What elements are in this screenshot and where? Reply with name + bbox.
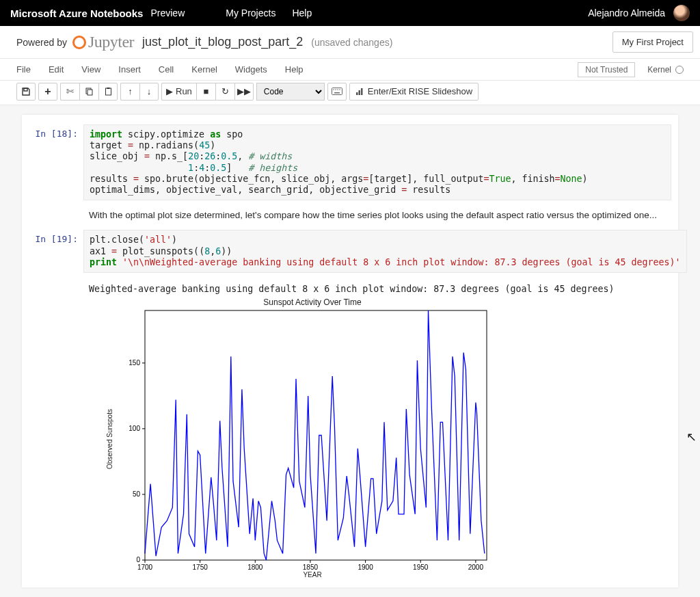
code-input[interactable]: plt.close('all') ax1 = plot_sunspots((8,… [83,230,687,273]
output-text: Weighted-average banking using default 8… [29,280,671,295]
svg-text:1800: 1800 [247,563,263,571]
jupyter-logo[interactable]: Jupyter [72,33,134,51]
rise-slideshow-button[interactable]: Enter/Exit RISE Slideshow [349,83,479,101]
menubar: File Edit View Insert Cell Kernel Widget… [0,59,700,81]
svg-rect-3 [105,88,111,95]
menu-help[interactable]: Help [285,64,304,75]
code-input[interactable]: import scipy.optimize as spo target = np… [83,124,671,200]
save-button[interactable] [16,83,36,101]
code-cell-18[interactable]: In [18]: import scipy.optimize as spo ta… [29,124,671,200]
kernel-indicator: Kernel [647,65,684,75]
toolbar: + ✄ ↑ ↓ ▶Run ■ ↻ ▶▶ Code Enter/Exit RISE… [0,81,700,105]
chart-title: Sunspot Activity Over Time [263,297,362,307]
kernel-idle-icon [675,66,684,74]
unsaved-indicator: (unsaved changes) [311,37,392,48]
svg-text:1900: 1900 [358,563,373,571]
svg-text:100: 100 [129,425,140,432]
restart-button[interactable]: ↻ [215,83,234,101]
svg-text:2000: 2000 [468,563,484,571]
svg-text:1950: 1950 [413,563,429,571]
paste-button[interactable] [98,83,118,101]
svg-rect-2 [88,90,92,95]
svg-text:0: 0 [136,556,140,563]
menu-cell[interactable]: Cell [159,64,174,75]
cut-button[interactable]: ✄ [60,83,79,101]
svg-rect-12 [358,90,360,95]
cell-prompt: In [19]: [29,230,83,273]
svg-rect-6 [334,92,340,94]
interrupt-button[interactable]: ■ [196,83,215,101]
jupyter-header: Powered by Jupyter just_plot_it_blog_pos… [0,26,700,59]
azure-brand[interactable]: Microsoft Azure Notebooks [10,8,143,19]
svg-rect-11 [356,92,358,95]
paste-icon [104,87,113,96]
cell-type-select[interactable]: Code [256,83,325,101]
user-name[interactable]: Alejandro Almeida [588,8,665,18]
svg-rect-5 [332,88,342,95]
svg-rect-14 [145,310,487,560]
save-icon [21,87,31,96]
run-label: Run [176,86,192,96]
move-up-button[interactable]: ↑ [120,83,139,101]
svg-rect-4 [107,88,109,89]
notebook-name[interactable]: just_plot_it_blog_post_part_2 [142,35,303,49]
code-text: import scipy.optimize as spo target = np… [90,129,665,196]
menu-insert[interactable]: Insert [118,64,141,75]
menu-edit[interactable]: Edit [49,64,64,75]
avatar[interactable] [673,5,690,21]
move-down-button[interactable]: ↓ [139,83,159,101]
menu-widgets[interactable]: Widgets [235,64,267,75]
x-axis-label: YEAR [303,571,321,579]
copy-icon [85,87,94,96]
copy-button[interactable] [79,83,98,101]
sunspot-plot: Sunspot Activity Over Time Observed Suns… [104,295,500,579]
cell-prompt: In [18]: [29,124,83,200]
command-palette-button[interactable] [327,83,347,101]
jupyter-text: Jupyter [88,33,134,51]
markdown-cell[interactable]: With the optimal plot size determined, l… [29,207,671,227]
azure-preview: Preview [150,8,185,18]
keyboard-icon [332,88,342,95]
svg-point-8 [335,89,336,90]
run-button[interactable]: ▶Run [161,83,196,101]
azure-topbar: Microsoft Azure Notebooks Preview My Pro… [0,0,700,26]
jupyter-icon [72,36,86,49]
code-cell-19[interactable]: In [19]: plt.close('all') ax1 = plot_sun… [29,230,671,273]
menu-view[interactable]: View [81,64,100,75]
svg-rect-13 [361,88,363,95]
output-chart: Sunspot Activity Over Time Observed Suns… [29,295,671,579]
svg-text:150: 150 [129,359,140,367]
svg-text:1700: 1700 [137,563,153,571]
y-axis-label: Observed Sunspots [106,409,113,469]
svg-text:1850: 1850 [303,563,319,571]
kernel-label: Kernel [647,65,671,75]
bar-chart-icon [355,88,364,96]
nav-my-projects[interactable]: My Projects [226,8,275,18]
svg-point-9 [337,89,338,90]
notebook-container[interactable]: In [18]: import scipy.optimize as spo ta… [0,105,700,597]
not-trusted-button[interactable]: Not Trusted [578,62,635,77]
project-button[interactable]: My First Project [612,31,693,53]
svg-text:50: 50 [133,490,141,498]
menu-kernel[interactable]: Kernel [191,64,217,75]
nav-help[interactable]: Help [292,8,312,18]
svg-point-7 [333,89,334,90]
menu-file[interactable]: File [16,64,31,75]
add-cell-button[interactable]: + [38,83,57,101]
restart-run-all-button[interactable]: ▶▶ [234,83,254,101]
svg-rect-0 [24,88,27,91]
rise-label: Enter/Exit RISE Slideshow [368,86,472,96]
code-text: plt.close('all') ax1 = plot_sunspots((8,… [90,235,681,268]
powered-by: Powered by [16,37,67,48]
svg-point-10 [339,89,340,90]
svg-text:1750: 1750 [193,563,208,571]
